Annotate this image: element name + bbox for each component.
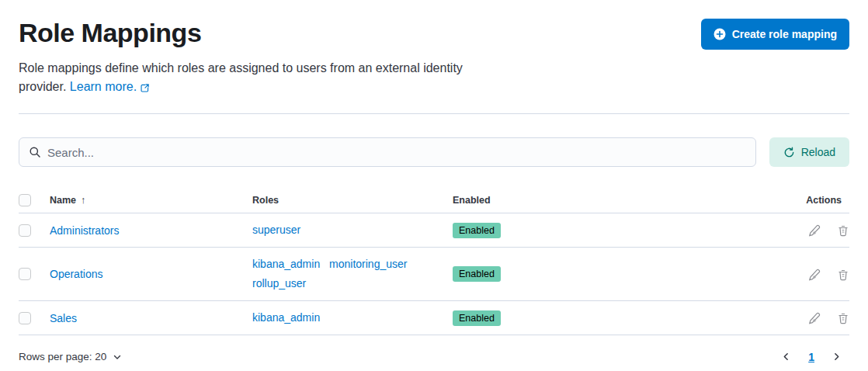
delete-trash-icon (837, 269, 849, 281)
actions-cell (781, 260, 849, 287)
enabled-status-badge: Enabled (453, 266, 501, 282)
enabled-cell: Enabled (453, 303, 781, 333)
refresh-icon (783, 147, 795, 158)
actions-cell (781, 217, 849, 244)
create-button-label: Create role mapping (732, 28, 837, 40)
reload-button[interactable]: Reload (769, 137, 849, 167)
search-icon (29, 146, 41, 158)
chevron-down-icon (113, 352, 122, 362)
table-row-administrators: Administrators superuser Enabled (19, 213, 849, 248)
row-select-cell (19, 305, 50, 331)
search-box[interactable] (19, 137, 756, 167)
roles-cell: kibana_admin monitoring_user rollup_user (252, 248, 453, 300)
column-header-name-label: Name (50, 195, 76, 206)
role-link[interactable]: monitoring_user (329, 258, 407, 270)
role-mapping-name-link[interactable]: Sales (50, 312, 77, 324)
name-cell: Sales (50, 305, 252, 331)
plus-in-circle-icon (713, 28, 726, 40)
delete-button[interactable] (837, 269, 849, 281)
role-mappings-page: Role Mappings Create role mapping Role m… (0, 0, 868, 365)
actions-cell (781, 304, 849, 331)
column-header-roles: Roles (252, 189, 453, 212)
learn-more-link[interactable]: Learn more. (70, 80, 150, 93)
edit-pencil-icon (808, 269, 821, 281)
edit-button[interactable] (808, 269, 821, 281)
page-description: Role mappings define which roles are ass… (19, 59, 502, 97)
previous-page-button[interactable] (776, 348, 796, 365)
edit-button[interactable] (808, 312, 821, 324)
reload-button-label: Reload (801, 146, 835, 158)
rows-per-page-button[interactable]: Rows per page: 20 (19, 351, 122, 362)
row-select-cell (19, 217, 50, 244)
delete-trash-icon (837, 312, 849, 324)
enabled-status-badge: Enabled (453, 310, 501, 326)
roles-cell: superuser (252, 213, 453, 247)
name-cell: Administrators (50, 217, 252, 244)
select-all-cell (19, 188, 50, 213)
rows-per-page-label: Rows per page: 20 (19, 351, 106, 362)
role-link[interactable]: rollup_user (252, 277, 306, 290)
select-all-checkbox[interactable] (19, 194, 31, 206)
row-select-cell (19, 261, 50, 287)
role-mappings-table: Name↑ Roles Enabled Actions Administrato… (19, 188, 849, 335)
page-header: Role Mappings Create role mapping (19, 16, 849, 50)
role-mapping-name-link[interactable]: Operations (50, 268, 102, 280)
column-header-enabled: Enabled (453, 189, 781, 212)
next-page-button[interactable] (827, 348, 846, 365)
learn-more-label: Learn more. (70, 80, 137, 93)
enabled-cell: Enabled (453, 259, 781, 289)
enabled-cell: Enabled (453, 216, 781, 245)
column-header-actions: Actions (781, 189, 849, 212)
search-input[interactable] (47, 146, 746, 159)
role-mapping-name-link[interactable]: Administrators (50, 224, 119, 237)
delete-trash-icon (837, 224, 849, 237)
table-row-operations: Operations kibana_admin monitoring_user … (19, 248, 849, 301)
role-link[interactable]: superuser (252, 224, 300, 236)
edit-button[interactable] (808, 224, 821, 237)
role-link[interactable]: kibana_admin (252, 258, 320, 270)
row-checkbox[interactable] (19, 224, 31, 237)
name-cell: Operations (50, 261, 252, 287)
role-link[interactable]: kibana_admin (252, 311, 320, 324)
delete-button[interactable] (837, 312, 849, 324)
row-checkbox[interactable] (19, 268, 31, 280)
table-footer: Rows per page: 20 1 (19, 348, 849, 365)
pagination: 1 (776, 348, 846, 365)
row-checkbox[interactable] (19, 312, 31, 324)
create-role-mapping-button[interactable]: Create role mapping (701, 19, 849, 50)
external-link-icon (140, 78, 150, 97)
edit-pencil-icon (808, 312, 821, 324)
sort-ascending-arrow: ↑ (81, 195, 85, 206)
page-number-1[interactable]: 1 (804, 349, 819, 365)
roles-cell: kibana_admin (252, 301, 453, 335)
column-header-name[interactable]: Name↑ (50, 189, 252, 212)
page-title: Role Mappings (19, 16, 201, 50)
table-row-sales: Sales kibana_admin Enabled (19, 301, 849, 335)
toolbar: Reload (19, 137, 849, 167)
chevron-left-icon (781, 352, 791, 362)
header-divider (19, 113, 849, 114)
delete-button[interactable] (837, 224, 849, 237)
edit-pencil-icon (808, 224, 821, 237)
enabled-status-badge: Enabled (453, 223, 501, 238)
table-header-row: Name↑ Roles Enabled Actions (19, 188, 849, 213)
chevron-right-icon (832, 352, 842, 362)
